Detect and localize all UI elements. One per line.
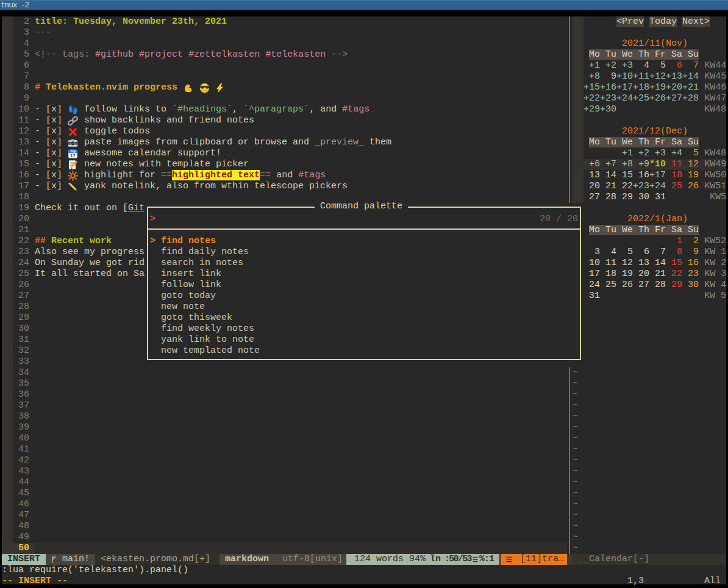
svg-text:17: 17 (70, 153, 75, 158)
